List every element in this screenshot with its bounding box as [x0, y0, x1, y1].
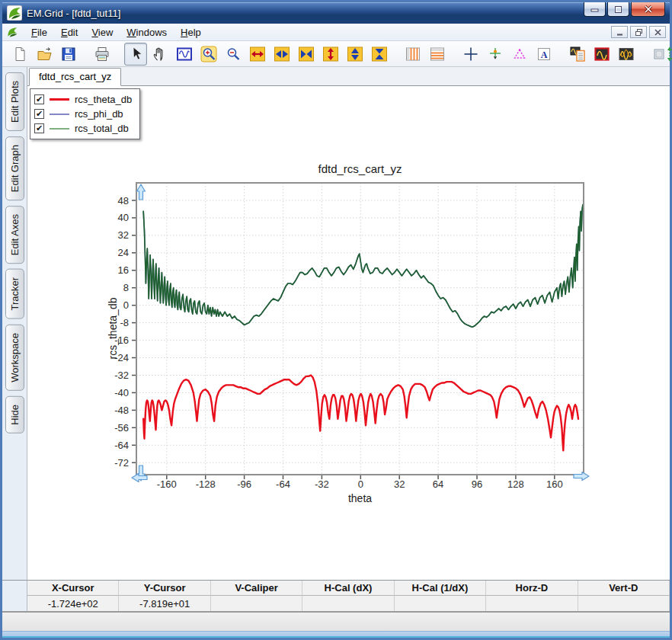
y-in-blue-icon	[371, 46, 388, 62]
status-bar	[2, 611, 670, 631]
edit-graph-button[interactable]	[590, 43, 613, 66]
x-in-blue-icon	[298, 46, 315, 62]
window-bottom-border	[2, 631, 670, 638]
crosshair-icon	[462, 46, 479, 62]
sidebar-tab-hide[interactable]: Hide	[5, 396, 24, 434]
app-window: EM.Grid - [fdtd_tut11] FileEditViewWindo…	[0, 0, 672, 640]
h-bars-icon	[429, 46, 446, 62]
y-out-blue-icon	[347, 46, 363, 62]
vertical-markers-button[interactable]	[402, 43, 424, 66]
legend-item: ✔rcs_theta_db	[34, 92, 132, 107]
plot-legend: ✔rcs_theta_db✔rcs_phi_db✔rcs_total_db	[30, 88, 140, 139]
y-expand-red-icon	[322, 46, 339, 62]
y-tick-label: -64	[114, 440, 129, 451]
mdi-minimize-button[interactable]	[611, 26, 628, 38]
readout-value	[578, 596, 670, 611]
mdi-restore-button[interactable]	[630, 26, 647, 38]
legend-checkbox-rcs_total_db[interactable]: ✔	[34, 123, 44, 133]
y-tick-label: -72	[114, 457, 129, 469]
toolbar: ALayout	[2, 41, 670, 67]
stretch-x-button[interactable]	[270, 43, 293, 66]
window-title: EM.Grid - [fdtd_tut11]	[27, 8, 120, 19]
pan-right-arrow[interactable]	[574, 472, 589, 481]
new-file-icon	[11, 46, 28, 62]
legend-item: ✔rcs_phi_db	[34, 107, 132, 121]
plot-border	[136, 183, 584, 475]
x-tick-label: -64	[276, 478, 290, 490]
legend-label: rcs_theta_db	[75, 94, 132, 105]
menu-file[interactable]: File	[24, 25, 54, 40]
overlay-graphs-button[interactable]	[615, 43, 638, 66]
mdi-close-button[interactable]	[649, 26, 666, 38]
sidebar-tab-edit-axes[interactable]: Edit Axes	[5, 206, 24, 264]
menu-edit[interactable]: Edit	[54, 25, 85, 40]
x-expand-red-icon	[249, 46, 266, 62]
expand-x-button[interactable]	[246, 43, 269, 66]
y-tick-label: -8	[120, 317, 129, 328]
cursor-icon	[127, 46, 144, 62]
menu-view[interactable]: View	[85, 25, 120, 40]
pan-tool-button[interactable]	[149, 43, 171, 66]
menu-windows[interactable]: Windows	[120, 25, 174, 40]
legend-label: rcs_phi_db	[75, 108, 123, 120]
x-tick-label: -160	[157, 478, 177, 490]
y-tick-label: -32	[114, 370, 129, 381]
x-axis-label: theta	[348, 492, 372, 504]
menu-help[interactable]: Help	[174, 25, 208, 40]
sidebar-tab-edit-graph[interactable]: Edit Graph	[5, 136, 24, 200]
svg-text:A: A	[541, 49, 548, 59]
fit-plot-button[interactable]	[173, 43, 196, 66]
x-tick-label: 96	[472, 478, 482, 490]
close-button[interactable]	[631, 2, 665, 17]
readout-value	[486, 596, 578, 611]
x-tick-label: -128	[196, 478, 216, 490]
link-v-icon	[653, 46, 672, 62]
expand-y-button[interactable]	[319, 43, 342, 66]
app-icon	[7, 5, 22, 21]
document-tab[interactable]: fdtd_rcs_cart_yz	[29, 68, 121, 86]
pan-up-arrow[interactable]	[137, 184, 146, 200]
sidebar-tab-tracker[interactable]: Tracker	[5, 269, 24, 319]
zoom-out-button[interactable]	[222, 43, 245, 66]
crosshair-cursor-button[interactable]	[459, 43, 482, 66]
document-tabstrip: fdtd_rcs_cart_yz	[27, 67, 670, 86]
y-tick-label: 0	[123, 299, 129, 311]
maximize-button[interactable]	[607, 2, 629, 17]
y-tick-label: 48	[118, 195, 129, 206]
legend-checkbox-rcs_theta_db[interactable]: ✔	[34, 94, 44, 104]
sidebar-tabs: Edit PlotsEdit GraphEdit AxesTrackerWork…	[2, 67, 27, 580]
copy-graph-button[interactable]	[566, 43, 589, 66]
tracker-tool-button[interactable]	[484, 43, 507, 66]
horizontal-markers-button[interactable]	[426, 43, 449, 66]
new-file-button[interactable]	[8, 43, 31, 66]
select-tool-button[interactable]	[124, 43, 147, 66]
menu-items: FileEditViewWindowsHelp	[24, 25, 208, 40]
minimize-button[interactable]	[584, 2, 606, 17]
open-file-button[interactable]	[33, 43, 56, 66]
save-file-button[interactable]	[57, 43, 80, 66]
sidebar-tab-workspace[interactable]: Workspace	[5, 325, 24, 391]
window-controls	[582, 2, 665, 17]
mdi-window-controls	[611, 26, 666, 38]
text-annotation-button[interactable]: A	[533, 43, 555, 66]
readout-value: -7.819e+01	[119, 596, 210, 611]
print-button[interactable]	[91, 43, 114, 66]
series-rcs_phi_db	[143, 205, 583, 328]
caliper-icon	[511, 46, 528, 62]
link-vertical-button[interactable]	[648, 43, 672, 66]
y-tick-label: 16	[118, 264, 129, 276]
readout-value	[302, 596, 394, 611]
sidebar-tab-edit-plots[interactable]: Edit Plots	[5, 72, 24, 131]
zoom-in-button[interactable]	[197, 43, 220, 66]
legend-line-sample	[50, 114, 69, 115]
main-area: Edit PlotsEdit GraphEdit AxesTrackerWork…	[2, 67, 670, 580]
document-icon	[6, 26, 18, 38]
caliper-tool-button[interactable]	[508, 43, 531, 66]
plot-canvas[interactable]: -160-128-96-64-3203264961281604840322416…	[27, 86, 670, 584]
shrink-x-button[interactable]	[295, 43, 318, 66]
shrink-y-button[interactable]	[368, 43, 391, 66]
x-tick-label: 64	[433, 478, 443, 490]
stretch-y-button[interactable]	[344, 43, 366, 66]
legend-checkbox-rcs_phi_db[interactable]: ✔	[34, 109, 44, 119]
cursor-readout: X-CursorY-CursorV-CaliperH-Cal (dX)H-Cal…	[2, 580, 670, 611]
